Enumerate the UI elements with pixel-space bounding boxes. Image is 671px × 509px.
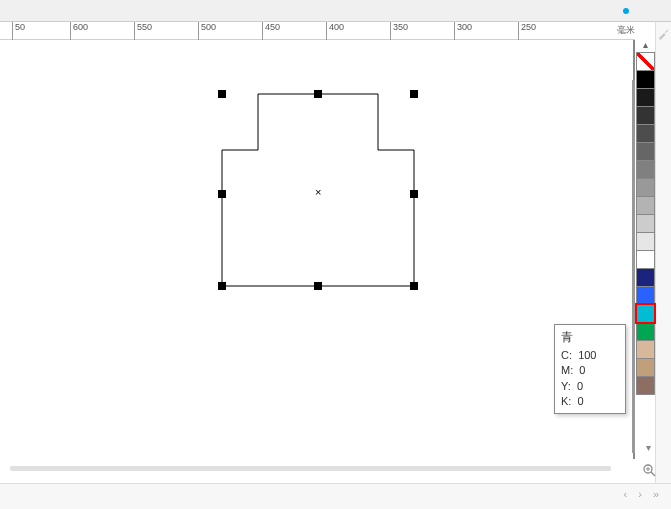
ruler-tick: 600: [70, 22, 88, 40]
ruler-tick: 450: [262, 22, 280, 40]
resize-handle-se[interactable]: [410, 282, 418, 290]
swatch-gray10[interactable]: [636, 232, 655, 251]
swatch-gray30[interactable]: [636, 196, 655, 215]
ruler-tick: 300: [454, 22, 472, 40]
horizontal-ruler[interactable]: 50 600 550 500 450 400 350 300 250: [0, 22, 635, 40]
ruler-tick: 500: [198, 22, 216, 40]
swatch-gray20[interactable]: [636, 214, 655, 233]
swatch-gray60[interactable]: [636, 142, 655, 161]
swatch-tan2[interactable]: [636, 358, 655, 377]
tooltip-c: C: 100: [561, 348, 619, 363]
swatch-tan1[interactable]: [636, 340, 655, 359]
swatch-cyan[interactable]: [636, 304, 655, 323]
eyedropper-icon[interactable]: [657, 26, 671, 40]
tooltip-color-name: 青: [561, 329, 619, 346]
status-bar: ‹ › »: [0, 483, 671, 509]
ruler-tick: 550: [134, 22, 152, 40]
tooltip-m: M: 0: [561, 363, 619, 378]
ruler-tick: 50: [12, 22, 25, 40]
resize-handle-sw[interactable]: [218, 282, 226, 290]
resize-handle-s[interactable]: [314, 282, 322, 290]
resize-handle-w[interactable]: [218, 190, 226, 198]
selected-shape[interactable]: ×: [218, 90, 418, 290]
resize-handle-nw[interactable]: [218, 90, 226, 98]
swatch-gray90[interactable]: [636, 88, 655, 107]
swatch-darkblue[interactable]: [636, 268, 655, 287]
palette-scroll-up-icon[interactable]: ▴: [636, 40, 655, 52]
color-palette: ▴: [636, 40, 655, 394]
canvas[interactable]: ×: [0, 40, 635, 459]
ruler-tick: 250: [518, 22, 536, 40]
ruler-unit-label: 毫米: [617, 24, 635, 37]
palette-scroll-down-icon[interactable]: ▾: [646, 442, 651, 453]
resize-handle-e[interactable]: [410, 190, 418, 198]
center-marker-icon: ×: [315, 186, 321, 198]
color-tooltip: 青 C: 100 M: 0 Y: 0 K: 0: [554, 324, 626, 414]
resize-handle-n[interactable]: [314, 90, 322, 98]
horizontal-scrollbar[interactable]: [10, 466, 611, 471]
swatch-gray50[interactable]: [636, 160, 655, 179]
tooltip-y: Y: 0: [561, 379, 619, 394]
swatch-gray80[interactable]: [636, 106, 655, 125]
swatch-green[interactable]: [636, 322, 655, 341]
right-tool-column: [655, 22, 671, 509]
resize-handle-ne[interactable]: [410, 90, 418, 98]
top-toolbar: [0, 0, 671, 22]
swatch-blue[interactable]: [636, 286, 655, 305]
swatch-brown[interactable]: [636, 376, 655, 395]
toolbar-indicator: [623, 8, 629, 14]
ruler-tick: 400: [326, 22, 344, 40]
annotation-arrow-icon: [597, 305, 637, 307]
swatch-black[interactable]: [636, 70, 655, 89]
ruler-tick: 350: [390, 22, 408, 40]
tooltip-k: K: 0: [561, 394, 619, 409]
vertical-scrollbar[interactable]: [632, 80, 635, 453]
svg-line-3: [651, 472, 655, 476]
swatch-white[interactable]: [636, 250, 655, 269]
swatch-gray70[interactable]: [636, 124, 655, 143]
swatch-none[interactable]: [636, 52, 655, 71]
page-nav-arrows[interactable]: ‹ › »: [623, 488, 663, 500]
zoom-icon[interactable]: [641, 463, 659, 481]
swatch-gray40[interactable]: [636, 178, 655, 197]
